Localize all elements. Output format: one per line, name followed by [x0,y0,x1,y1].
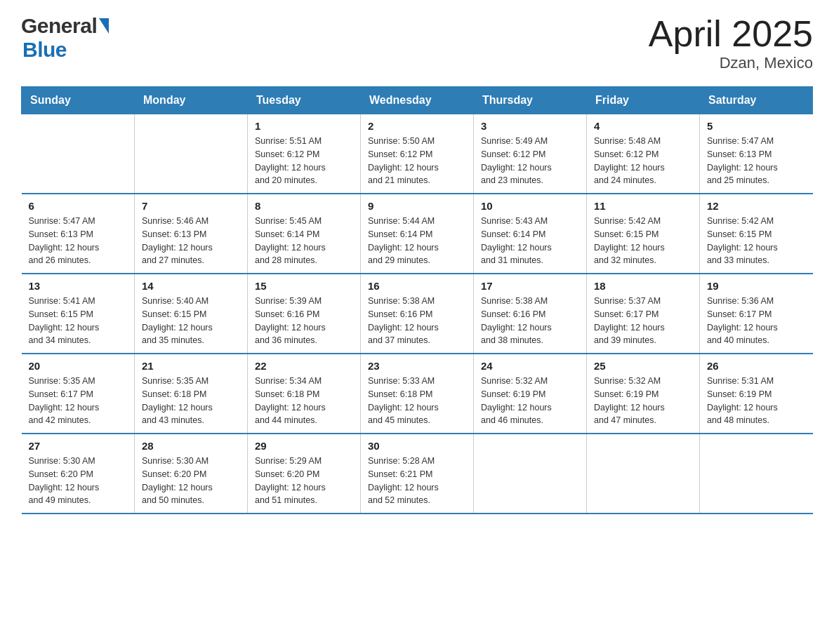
day-info: Sunrise: 5:37 AMSunset: 6:17 PMDaylight:… [594,295,692,347]
table-row: 4Sunrise: 5:48 AMSunset: 6:12 PMDaylight… [587,114,700,194]
title-section: April 2025 Dzan, Mexico [649,14,813,72]
day-number: 7 [142,200,240,212]
col-monday: Monday [135,87,248,114]
day-number: 21 [142,360,240,372]
table-row: 26Sunrise: 5:31 AMSunset: 6:19 PMDayligh… [700,354,813,434]
calendar-week-row: 27Sunrise: 5:30 AMSunset: 6:20 PMDayligh… [22,434,813,514]
col-thursday: Thursday [474,87,587,114]
table-row: 11Sunrise: 5:42 AMSunset: 6:15 PMDayligh… [587,194,700,274]
table-row: 19Sunrise: 5:36 AMSunset: 6:17 PMDayligh… [700,274,813,354]
calendar-week-row: 13Sunrise: 5:41 AMSunset: 6:15 PMDayligh… [22,274,813,354]
day-number: 4 [594,120,692,132]
table-row: 22Sunrise: 5:34 AMSunset: 6:18 PMDayligh… [248,354,361,434]
col-wednesday: Wednesday [361,87,474,114]
table-row [700,434,813,514]
day-number: 22 [255,360,353,372]
day-number: 16 [368,280,466,292]
table-row: 29Sunrise: 5:29 AMSunset: 6:20 PMDayligh… [248,434,361,514]
table-row: 14Sunrise: 5:40 AMSunset: 6:15 PMDayligh… [135,274,248,354]
col-sunday: Sunday [22,87,135,114]
day-info: Sunrise: 5:29 AMSunset: 6:20 PMDaylight:… [255,455,353,507]
table-row: 10Sunrise: 5:43 AMSunset: 6:14 PMDayligh… [474,194,587,274]
table-row: 13Sunrise: 5:41 AMSunset: 6:15 PMDayligh… [22,274,135,354]
day-info: Sunrise: 5:41 AMSunset: 6:15 PMDaylight:… [29,295,128,347]
day-number: 11 [594,200,692,212]
day-number: 1 [255,120,353,132]
table-row [135,114,248,194]
calendar-table: Sunday Monday Tuesday Wednesday Thursday… [21,86,813,514]
calendar-week-row: 20Sunrise: 5:35 AMSunset: 6:17 PMDayligh… [22,354,813,434]
day-info: Sunrise: 5:28 AMSunset: 6:21 PMDaylight:… [368,455,466,507]
day-info: Sunrise: 5:43 AMSunset: 6:14 PMDaylight:… [481,215,579,267]
table-row: 9Sunrise: 5:44 AMSunset: 6:14 PMDaylight… [361,194,474,274]
day-number: 20 [29,360,128,372]
col-friday: Friday [587,87,700,114]
day-number: 26 [707,360,806,372]
table-row: 8Sunrise: 5:45 AMSunset: 6:14 PMDaylight… [248,194,361,274]
logo: General Blue [21,14,109,62]
day-info: Sunrise: 5:49 AMSunset: 6:12 PMDaylight:… [481,135,579,187]
day-number: 29 [255,440,353,452]
day-info: Sunrise: 5:35 AMSunset: 6:18 PMDaylight:… [142,375,240,427]
day-number: 2 [368,120,466,132]
day-number: 27 [29,440,128,452]
day-number: 9 [368,200,466,212]
day-info: Sunrise: 5:30 AMSunset: 6:20 PMDaylight:… [142,455,240,507]
table-row: 17Sunrise: 5:38 AMSunset: 6:16 PMDayligh… [474,274,587,354]
day-number: 24 [481,360,579,372]
day-info: Sunrise: 5:38 AMSunset: 6:16 PMDaylight:… [368,295,466,347]
day-number: 10 [481,200,579,212]
day-number: 23 [368,360,466,372]
day-info: Sunrise: 5:44 AMSunset: 6:14 PMDaylight:… [368,215,466,267]
day-info: Sunrise: 5:30 AMSunset: 6:20 PMDaylight:… [29,455,128,507]
day-info: Sunrise: 5:45 AMSunset: 6:14 PMDaylight:… [255,215,353,267]
day-info: Sunrise: 5:35 AMSunset: 6:17 PMDaylight:… [29,375,128,427]
day-number: 14 [142,280,240,292]
table-row: 12Sunrise: 5:42 AMSunset: 6:15 PMDayligh… [700,194,813,274]
table-row: 24Sunrise: 5:32 AMSunset: 6:19 PMDayligh… [474,354,587,434]
day-number: 15 [255,280,353,292]
day-info: Sunrise: 5:40 AMSunset: 6:15 PMDaylight:… [142,295,240,347]
day-info: Sunrise: 5:46 AMSunset: 6:13 PMDaylight:… [142,215,240,267]
day-number: 28 [142,440,240,452]
table-row: 7Sunrise: 5:46 AMSunset: 6:13 PMDaylight… [135,194,248,274]
day-info: Sunrise: 5:42 AMSunset: 6:15 PMDaylight:… [707,215,806,267]
col-saturday: Saturday [700,87,813,114]
logo-arrow-icon [99,18,109,34]
page-header: General Blue April 2025 Dzan, Mexico [21,14,813,72]
calendar-week-row: 6Sunrise: 5:47 AMSunset: 6:13 PMDaylight… [22,194,813,274]
table-row: 20Sunrise: 5:35 AMSunset: 6:17 PMDayligh… [22,354,135,434]
day-info: Sunrise: 5:47 AMSunset: 6:13 PMDaylight:… [29,215,128,267]
day-number: 6 [29,200,128,212]
col-tuesday: Tuesday [248,87,361,114]
day-info: Sunrise: 5:33 AMSunset: 6:18 PMDaylight:… [368,375,466,427]
day-number: 5 [707,120,806,132]
day-info: Sunrise: 5:36 AMSunset: 6:17 PMDaylight:… [707,295,806,347]
table-row [22,114,135,194]
table-row: 15Sunrise: 5:39 AMSunset: 6:16 PMDayligh… [248,274,361,354]
day-number: 25 [594,360,692,372]
logo-blue-text: Blue [22,38,67,62]
table-row: 6Sunrise: 5:47 AMSunset: 6:13 PMDaylight… [22,194,135,274]
calendar-header-row: Sunday Monday Tuesday Wednesday Thursday… [22,87,813,114]
calendar-week-row: 1Sunrise: 5:51 AMSunset: 6:12 PMDaylight… [22,114,813,194]
table-row: 5Sunrise: 5:47 AMSunset: 6:13 PMDaylight… [700,114,813,194]
day-info: Sunrise: 5:50 AMSunset: 6:12 PMDaylight:… [368,135,466,187]
day-info: Sunrise: 5:32 AMSunset: 6:19 PMDaylight:… [481,375,579,427]
day-number: 18 [594,280,692,292]
calendar-title: April 2025 [649,14,813,54]
table-row: 1Sunrise: 5:51 AMSunset: 6:12 PMDaylight… [248,114,361,194]
day-info: Sunrise: 5:48 AMSunset: 6:12 PMDaylight:… [594,135,692,187]
table-row: 28Sunrise: 5:30 AMSunset: 6:20 PMDayligh… [135,434,248,514]
table-row: 21Sunrise: 5:35 AMSunset: 6:18 PMDayligh… [135,354,248,434]
table-row: 18Sunrise: 5:37 AMSunset: 6:17 PMDayligh… [587,274,700,354]
logo-general-text: General [21,14,97,38]
day-number: 12 [707,200,806,212]
table-row: 27Sunrise: 5:30 AMSunset: 6:20 PMDayligh… [22,434,135,514]
day-info: Sunrise: 5:47 AMSunset: 6:13 PMDaylight:… [707,135,806,187]
table-row: 16Sunrise: 5:38 AMSunset: 6:16 PMDayligh… [361,274,474,354]
day-info: Sunrise: 5:39 AMSunset: 6:16 PMDaylight:… [255,295,353,347]
day-info: Sunrise: 5:31 AMSunset: 6:19 PMDaylight:… [707,375,806,427]
table-row [474,434,587,514]
day-info: Sunrise: 5:32 AMSunset: 6:19 PMDaylight:… [594,375,692,427]
